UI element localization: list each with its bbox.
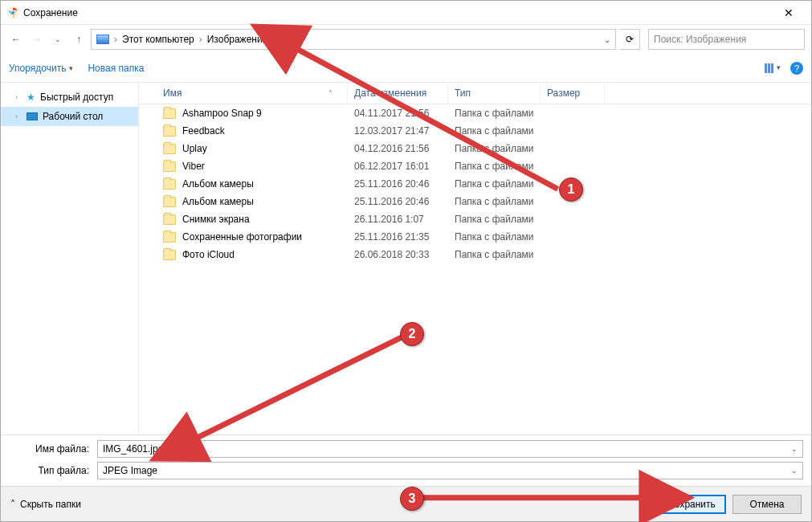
organize-label: Упорядочить xyxy=(9,63,66,74)
chrome-icon xyxy=(7,7,18,18)
col-size[interactable]: Размер xyxy=(541,83,605,104)
sidebar: › ★ Быстрый доступ › Рабочий стол xyxy=(1,83,139,434)
file-name: Фото iCloud xyxy=(182,249,235,260)
file-name: Uplay xyxy=(182,143,207,154)
filename-label: Имя файла: xyxy=(9,443,97,455)
file-date: 04.11.2017 21:56 xyxy=(348,108,448,119)
action-bar: ˄ Скрыть папки Сохранить Отмена xyxy=(1,486,811,521)
star-icon: ★ xyxy=(27,92,35,103)
filetype-select[interactable]: JPEG Image ⌄ xyxy=(97,462,803,479)
folder-icon xyxy=(163,144,176,154)
new-folder-button[interactable]: Новая папка xyxy=(88,63,144,74)
file-date: 26.11.2016 1:07 xyxy=(348,214,448,225)
folder-icon xyxy=(163,214,176,225)
table-row[interactable]: Feedback12.03.2017 21:47Папка с файлами xyxy=(139,122,811,140)
address-dropdown-icon[interactable]: ⌄ xyxy=(604,35,610,44)
file-date: 25.11.2016 21:35 xyxy=(348,231,448,243)
search-placeholder: Поиск: Изображения xyxy=(654,34,746,45)
sidebar-item-desktop[interactable]: › Рабочий стол xyxy=(1,107,138,126)
file-name: Альбом камеры xyxy=(182,178,254,190)
file-type: Папка с файлами xyxy=(448,214,541,225)
hide-folders-label: Скрыть папки xyxy=(20,499,81,510)
table-row[interactable]: Альбом камеры25.11.2016 20:46Папка с фай… xyxy=(139,193,811,210)
file-name: Снимки экрана xyxy=(182,214,250,225)
col-name-label: Имя xyxy=(163,88,182,99)
help-button[interactable]: ? xyxy=(790,62,803,75)
table-row[interactable]: Альбом камеры25.11.2016 20:46Папка с фай… xyxy=(139,175,811,193)
folder-icon xyxy=(163,250,176,260)
filetype-value: JPEG Image xyxy=(103,465,157,476)
file-type: Папка с файлами xyxy=(448,125,541,137)
save-dialog: Сохранение ✕ ← → ⌄ ↑ › Этот компьютер › … xyxy=(0,0,812,522)
col-date[interactable]: Дата изменения xyxy=(348,83,448,104)
col-type[interactable]: Тип xyxy=(448,83,541,104)
body: › ★ Быстрый доступ › Рабочий стол Имя ˄ … xyxy=(1,83,811,434)
column-headers: Имя ˄ Дата изменения Тип Размер xyxy=(139,83,811,104)
up-button[interactable]: ↑ xyxy=(70,30,88,49)
breadcrumb-sep: › xyxy=(199,34,202,45)
sidebar-item-label: Быстрый доступ xyxy=(40,92,113,103)
table-row[interactable]: Viber06.12.2017 16:01Папка с файлами xyxy=(139,157,811,175)
table-row[interactable]: Ashampoo Snap 904.11.2017 21:56Папка с ф… xyxy=(139,104,811,122)
filename-input[interactable]: IMG_4601.jpeg ⌄ xyxy=(97,440,803,458)
table-row[interactable]: Сохраненные фотографии25.11.2016 21:35Па… xyxy=(139,228,811,246)
view-options-button[interactable]: ▾ xyxy=(765,63,781,73)
organize-menu[interactable]: Упорядочить ▾ xyxy=(9,63,73,74)
window-title: Сохранение xyxy=(23,7,78,18)
file-type: Папка с файлами xyxy=(448,143,541,154)
search-input[interactable]: Поиск: Изображения xyxy=(648,29,805,50)
file-date: 25.11.2016 20:46 xyxy=(348,178,448,190)
sidebar-item-quick-access[interactable]: › ★ Быстрый доступ xyxy=(1,88,138,107)
file-type: Папка с файлами xyxy=(448,161,541,172)
file-type: Папка с файлами xyxy=(448,108,541,119)
file-name: Сохраненные фотографии xyxy=(182,231,302,243)
table-row[interactable]: Снимки экрана26.11.2016 1:07Папка с файл… xyxy=(139,210,811,228)
toolbar: Упорядочить ▾ Новая папка ▾ ? xyxy=(1,54,811,83)
table-row[interactable]: Фото iCloud26.06.2018 20:33Папка с файла… xyxy=(139,246,811,263)
filetype-label: Тип файла: xyxy=(9,465,97,476)
folder-icon xyxy=(163,232,176,243)
chevron-down-icon[interactable]: ⌄ xyxy=(791,467,798,475)
file-name: Ashampoo Snap 9 xyxy=(182,108,262,119)
forward-button[interactable]: → xyxy=(28,30,46,49)
file-name: Viber xyxy=(182,161,205,172)
file-date: 25.11.2016 20:46 xyxy=(348,196,448,207)
folder-icon xyxy=(163,179,176,190)
file-date: 04.12.2016 21:56 xyxy=(348,143,448,154)
hide-folders-link[interactable]: ˄ Скрыть папки xyxy=(10,499,81,510)
table-row[interactable]: Uplay04.12.2016 21:56Папка с файлами xyxy=(139,140,811,157)
file-type: Папка с файлами xyxy=(448,196,541,207)
footer-inputs: Имя файла: IMG_4601.jpeg ⌄ Тип файла: JP… xyxy=(1,434,811,486)
save-button[interactable]: Сохранить xyxy=(657,495,726,514)
cancel-button[interactable]: Отмена xyxy=(732,495,802,514)
breadcrumb-seg-2[interactable]: Изображения xyxy=(207,34,267,45)
file-type: Папка с файлами xyxy=(448,249,541,260)
col-name[interactable]: Имя ˄ xyxy=(139,83,348,104)
file-pane: Имя ˄ Дата изменения Тип Размер Ashampoo… xyxy=(139,83,811,434)
file-name: Альбом камеры xyxy=(182,196,254,207)
expand-icon[interactable]: › xyxy=(15,93,22,101)
breadcrumb-seg-1[interactable]: Этот компьютер xyxy=(122,34,194,45)
sort-asc-icon: ˄ xyxy=(328,89,333,98)
refresh-button[interactable]: ⟳ xyxy=(619,29,640,50)
file-name: Feedback xyxy=(182,125,225,137)
chevron-down-icon[interactable]: ⌄ xyxy=(791,445,798,453)
file-type: Папка с файлами xyxy=(448,231,541,243)
breadcrumb-sep: › xyxy=(114,34,117,45)
address-bar[interactable]: › Этот компьютер › Изображения ⌄ xyxy=(91,29,616,50)
expand-icon[interactable]: › xyxy=(15,112,22,120)
nav-row: ← → ⌄ ↑ › Этот компьютер › Изображения ⌄… xyxy=(1,25,811,54)
desktop-icon xyxy=(27,112,38,120)
sidebar-item-label: Рабочий стол xyxy=(43,111,103,122)
file-date: 06.12.2017 16:01 xyxy=(348,161,448,172)
folder-icon xyxy=(163,108,176,119)
back-button[interactable]: ← xyxy=(7,30,25,49)
recent-dropdown[interactable]: ⌄ xyxy=(49,30,67,49)
file-date: 26.06.2018 20:33 xyxy=(348,249,448,260)
titlebar: Сохранение ✕ xyxy=(1,1,811,25)
chevron-down-icon: ▾ xyxy=(777,63,781,73)
file-date: 12.03.2017 21:47 xyxy=(348,125,448,137)
close-button[interactable]: ✕ xyxy=(773,6,805,19)
chevron-up-icon: ˄ xyxy=(10,499,15,510)
file-type: Папка с файлами xyxy=(448,178,541,190)
